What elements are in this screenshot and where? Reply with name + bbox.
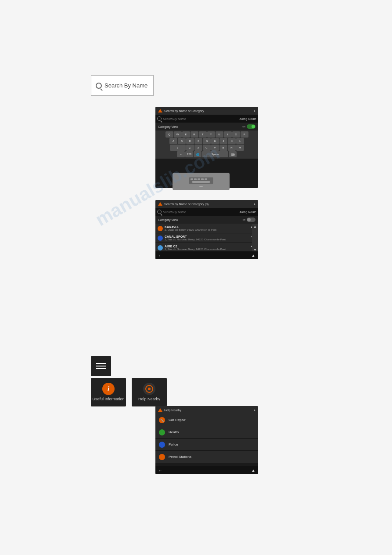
screen2-header: Search by Name or Category (8) ● xyxy=(155,200,258,208)
svg-rect-2 xyxy=(194,178,197,180)
key-W[interactable]: W xyxy=(174,131,182,138)
screen2-along-route[interactable]: Along Route xyxy=(239,210,256,214)
search-by-name-button[interactable]: Search By Name xyxy=(91,75,154,96)
svg-marker-7 xyxy=(199,186,203,187)
screen1-toggle-text: on xyxy=(242,125,245,128)
svg-rect-6 xyxy=(192,181,210,183)
key-O[interactable]: O xyxy=(232,131,240,138)
key-Y[interactable]: Y xyxy=(207,131,215,138)
key-H[interactable]: H xyxy=(211,138,219,144)
scroll-up-button[interactable]: ▲ xyxy=(252,224,258,229)
key-J[interactable]: J xyxy=(219,138,227,144)
key-Q[interactable]: Q xyxy=(165,131,173,138)
scroll-bar: ▲ ▼ xyxy=(252,224,258,253)
screen2-back-button[interactable]: ← xyxy=(158,253,162,258)
help-icon-1 xyxy=(159,429,165,435)
key-back[interactable]: ← xyxy=(177,151,185,157)
svg-point-14 xyxy=(160,455,164,459)
screen3-back-button[interactable]: ← xyxy=(158,468,162,473)
help-item-1[interactable]: Health xyxy=(155,426,258,439)
help-item-0[interactable]: 🔧 Car Repair xyxy=(155,414,258,426)
screen2-search-row[interactable]: Search By Name Along Route xyxy=(155,208,258,216)
help-nearby-label: Help Nearby xyxy=(138,397,160,402)
screen1-along-route[interactable]: Along Route xyxy=(239,117,256,120)
screen3-title: Help Nearby xyxy=(164,409,181,412)
keyboard-bottom-row: ← 123 🌐 Space ⌨ xyxy=(156,151,257,157)
screen1-search-input[interactable]: Search By Name xyxy=(163,117,238,120)
result-name-1: CANAL SPORT xyxy=(165,235,244,238)
result-icon-2 xyxy=(158,245,163,250)
key-space[interactable]: Space xyxy=(202,151,228,157)
screen3-signal-icon: ● xyxy=(253,408,255,412)
result-address-1: 2, Rue du Nouveau Bercy, 94220 Charenton… xyxy=(165,238,244,241)
result-icon-0 xyxy=(158,226,163,231)
nav-triangle-icon xyxy=(158,109,162,112)
result-item-0[interactable]: KARAVEL 2, Quais de Bercy, 94220 Charent… xyxy=(155,224,258,233)
help-icon-0: 🔧 xyxy=(159,417,165,423)
key-R[interactable]: R xyxy=(191,131,198,138)
screen1-category-label: Category View xyxy=(158,125,178,128)
key-X[interactable]: X xyxy=(194,145,202,151)
result-name-0: KARAVEL xyxy=(165,225,244,229)
key-I[interactable]: I xyxy=(224,131,232,138)
keyboard-expand-button[interactable] xyxy=(173,173,230,190)
key-C[interactable]: C xyxy=(203,145,211,151)
key-F[interactable]: F xyxy=(194,138,202,144)
svg-point-9 xyxy=(148,388,151,390)
screen2-signal-icon: ● xyxy=(253,202,255,206)
screen3-bottom-bar: ← ▲ xyxy=(155,466,258,474)
help-nearby-icon xyxy=(143,383,155,395)
useful-information-button[interactable]: i Useful Information xyxy=(91,378,126,406)
screen2-search-icon xyxy=(157,210,162,214)
help-label-3: Petrol Stations xyxy=(169,455,191,459)
screen1-search-row[interactable]: Search By Name Along Route xyxy=(155,115,258,123)
svg-rect-5 xyxy=(205,178,207,180)
svg-point-13 xyxy=(160,443,164,446)
svg-rect-4 xyxy=(201,178,204,180)
key-shift[interactable]: ⇧ xyxy=(170,145,186,151)
help-item-2[interactable]: Police xyxy=(155,439,258,451)
menu-button[interactable] xyxy=(91,356,111,376)
keyboard-row-3: ⇧ Z X C V B N M xyxy=(156,145,257,151)
key-S[interactable]: S xyxy=(178,138,186,144)
key-G[interactable]: G xyxy=(203,138,211,144)
key-D[interactable]: D xyxy=(186,138,194,144)
screen2-nav-triangle-icon xyxy=(158,202,162,206)
key-K[interactable]: K xyxy=(228,138,236,144)
key-V[interactable]: V xyxy=(211,145,219,151)
key-123[interactable]: 123 xyxy=(185,151,193,157)
result-address-0: 2, Quais de Bercy, 94220 Charenton-le-Po… xyxy=(165,229,244,231)
screen2-toggle[interactable]: off xyxy=(242,218,255,222)
key-Z[interactable]: Z xyxy=(186,145,194,151)
result-info-2: AIME C2 1, Rue du Nouveau Bercy, 94220 C… xyxy=(165,245,244,250)
key-M[interactable]: M xyxy=(236,145,244,151)
help-nearby-button[interactable]: Help Nearby xyxy=(132,378,167,406)
screen1-toggle[interactable]: on xyxy=(242,124,255,129)
key-U[interactable]: U xyxy=(216,131,223,138)
screen1-toggle-switch[interactable] xyxy=(247,124,255,129)
key-L[interactable]: L xyxy=(236,138,244,144)
screen2-toggle-switch[interactable] xyxy=(247,218,255,222)
help-item-3[interactable]: Petrol Stations xyxy=(155,451,258,463)
key-E[interactable]: E xyxy=(182,131,190,138)
result-item-1[interactable]: CANAL SPORT 2, Rue du Nouveau Bercy, 942… xyxy=(155,233,258,243)
screen2-up-button[interactable]: ▲ xyxy=(251,253,255,258)
key-N[interactable]: N xyxy=(228,145,236,151)
menu-line-1 xyxy=(96,363,106,364)
svg-rect-0 xyxy=(189,177,213,184)
keyboard-row-1: Q W E R T Y U I O P xyxy=(156,131,257,138)
key-A[interactable]: A xyxy=(169,138,177,144)
svg-text:🔧: 🔧 xyxy=(160,418,164,422)
keyboard: Q W E R T Y U I O P A S D F G H J K L ⇧ … xyxy=(155,131,258,159)
screen2-header-left: Search by Name or Category (8) xyxy=(158,202,209,206)
key-B[interactable]: B xyxy=(219,145,227,151)
key-T[interactable]: T xyxy=(199,131,207,138)
key-globe[interactable]: 🌐 xyxy=(194,151,201,157)
key-keyboard[interactable]: ⌨ xyxy=(229,151,237,157)
screen2-toggle-text: off xyxy=(242,218,245,221)
screen3-up-button[interactable]: ▲ xyxy=(251,468,255,473)
screen3-nav-triangle-icon xyxy=(158,408,162,412)
key-P[interactable]: P xyxy=(241,131,248,138)
screen2-search-input[interactable]: Search By Name xyxy=(163,210,238,214)
help-nearby-svg-icon xyxy=(145,385,154,393)
